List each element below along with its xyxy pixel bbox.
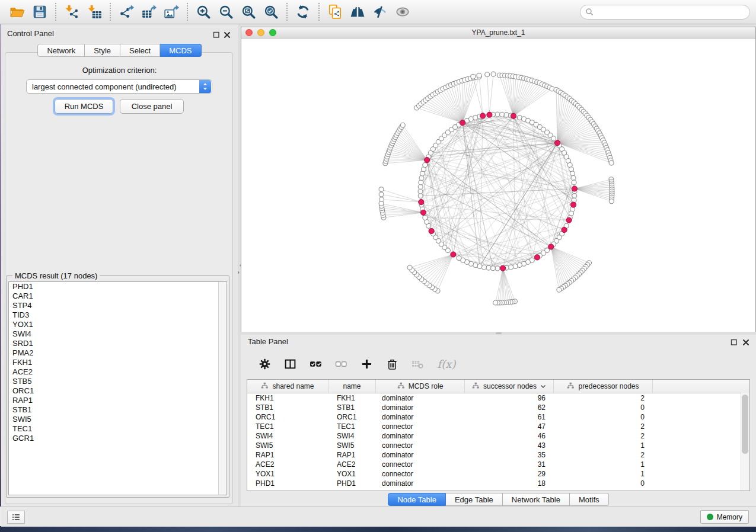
network-node[interactable] (419, 175, 424, 180)
cell-predecessor-nodes[interactable]: 1 (554, 470, 653, 478)
network-node[interactable] (420, 171, 425, 176)
cell-MCDS-role[interactable]: connector (376, 441, 465, 450)
minimize-window-icon[interactable] (257, 29, 264, 36)
close-window-icon[interactable] (245, 29, 253, 36)
mcds-hub-node[interactable] (500, 265, 506, 271)
import-table-icon[interactable] (83, 2, 106, 21)
cell-name[interactable]: ORC1 (328, 413, 376, 421)
cell-predecessor-nodes[interactable]: 1 (554, 460, 653, 469)
mcds-result-item[interactable]: ORC1 (9, 386, 227, 396)
cell-MCDS-role[interactable]: dominator (376, 479, 465, 488)
table-row-TEC1[interactable]: TEC1TEC1connector472 (247, 422, 749, 431)
mcds-hub-node[interactable] (566, 217, 572, 223)
select-all-columns-icon[interactable] (307, 356, 324, 373)
column-header-successor-nodes[interactable]: successor nodes (465, 380, 554, 393)
cell-predecessor-nodes[interactable]: 2 (554, 451, 653, 459)
column-layout-icon[interactable] (282, 356, 298, 373)
close-panel-button[interactable]: Close panel (120, 99, 184, 114)
settings-gear-icon[interactable] (256, 356, 273, 373)
cell-name[interactable]: FKH1 (328, 394, 376, 402)
export-table-icon[interactable] (138, 2, 160, 21)
cell-shared-name[interactable]: RAP1 (247, 451, 328, 459)
network-node[interactable] (418, 184, 423, 189)
network-leaf-node[interactable] (400, 123, 405, 127)
mcds-result-item[interactable]: PHD1 (9, 282, 227, 291)
tab-network-table[interactable]: Network Table (503, 493, 570, 506)
mcds-result-item[interactable]: STB5 (9, 377, 227, 386)
maximize-window-icon[interactable] (269, 29, 276, 36)
mcds-hub-node[interactable] (511, 113, 516, 118)
cell-MCDS-role[interactable]: connector (376, 470, 465, 478)
network-node[interactable] (473, 116, 478, 120)
table-row-ORC1[interactable]: ORC1ORC1dominator610 (247, 412, 749, 422)
network-node[interactable] (477, 264, 482, 269)
cell-shared-name[interactable]: SWI4 (247, 432, 328, 440)
mcds-hub-node[interactable] (570, 202, 576, 207)
run-mcds-button[interactable]: Run MCDS (55, 99, 113, 114)
network-leaf-node[interactable] (609, 199, 614, 204)
cell-successor-nodes[interactable]: 18 (465, 479, 554, 488)
float-icon[interactable] (731, 338, 738, 345)
cell-name[interactable]: PHD1 (328, 479, 376, 488)
network-leaf-node[interactable] (379, 201, 384, 206)
table-row-SWI5[interactable]: SWI5SWI5connector431 (247, 441, 749, 450)
network-node[interactable] (495, 112, 500, 117)
tab-style[interactable]: Style (85, 44, 120, 57)
mcds-result-list[interactable]: PHD1CAR1STP4TID3YOX1SWI4SRD1PMA2FKH1ACE2… (8, 281, 227, 495)
cell-predecessor-nodes[interactable]: 2 (554, 422, 653, 431)
binoculars-icon[interactable] (346, 2, 369, 21)
cell-predecessor-nodes[interactable]: 0 (554, 479, 653, 488)
network-leaf-node[interactable] (471, 74, 476, 79)
tab-select[interactable]: Select (120, 44, 160, 57)
network-node[interactable] (569, 167, 574, 172)
column-header-name[interactable]: name (328, 380, 376, 393)
mcds-result-item[interactable]: SRD1 (9, 339, 227, 348)
cell-name[interactable]: TEC1 (328, 422, 376, 431)
export-network-icon[interactable] (115, 2, 138, 21)
mcds-result-item[interactable]: TEC1 (9, 424, 227, 434)
splitter-handle[interactable] (496, 332, 502, 334)
table-row-SWI4[interactable]: SWI4SWI4dominator462 (247, 431, 749, 441)
network-node[interactable] (490, 266, 495, 271)
network-leaf-node[interactable] (491, 72, 496, 76)
unselect-all-columns-icon[interactable] (333, 356, 349, 373)
table-row-FKH1[interactable]: FKH1FKH1dominator962 (247, 393, 749, 403)
network-view[interactable] (241, 39, 755, 332)
table-row-PHD1[interactable]: PHD1PHD1dominator180 (247, 479, 749, 488)
network-node[interactable] (570, 171, 575, 176)
column-header-predecessor-nodes[interactable]: predecessor nodes (554, 380, 653, 393)
mcds-list-scrollbar[interactable] (218, 282, 227, 495)
mcds-hub-node[interactable] (451, 252, 456, 257)
mcds-hub-node[interactable] (460, 120, 465, 126)
zoom-fit-icon[interactable] (237, 2, 260, 21)
network-node[interactable] (418, 189, 423, 194)
close-icon[interactable] (224, 30, 231, 37)
tab-node-table[interactable]: Node Table (388, 493, 446, 506)
cell-successor-nodes[interactable]: 61 (465, 413, 554, 421)
mcds-hub-node[interactable] (554, 140, 560, 146)
add-column-icon[interactable] (358, 356, 375, 373)
mcds-hub-node[interactable] (572, 186, 577, 191)
network-node[interactable] (423, 163, 428, 168)
cell-shared-name[interactable]: PHD1 (247, 479, 328, 488)
column-header-MCDS-role[interactable]: MCDS role (376, 380, 465, 393)
cell-successor-nodes[interactable]: 43 (465, 441, 554, 450)
network-node[interactable] (517, 263, 522, 268)
mcds-hub-node[interactable] (425, 158, 430, 163)
cell-predecessor-nodes[interactable]: 0 (554, 413, 653, 421)
cell-successor-nodes[interactable]: 47 (465, 422, 554, 431)
cell-MCDS-role[interactable]: dominator (376, 451, 465, 459)
network-leaf-node[interactable] (477, 73, 481, 78)
import-network-icon[interactable] (60, 2, 83, 21)
zoom-selected-icon[interactable] (260, 2, 282, 21)
network-node[interactable] (457, 256, 461, 261)
mcds-hub-node[interactable] (480, 113, 486, 118)
tab-edge-table[interactable]: Edge Table (446, 493, 503, 506)
network-node[interactable] (551, 136, 556, 141)
network-leaf-node[interactable] (485, 72, 490, 77)
tab-mcds[interactable]: MCDS (160, 44, 201, 57)
network-node[interactable] (504, 113, 509, 117)
cell-shared-name[interactable]: STB1 (247, 403, 328, 412)
cell-MCDS-role[interactable]: connector (376, 422, 465, 431)
cell-predecessor-nodes[interactable]: 2 (554, 394, 653, 402)
